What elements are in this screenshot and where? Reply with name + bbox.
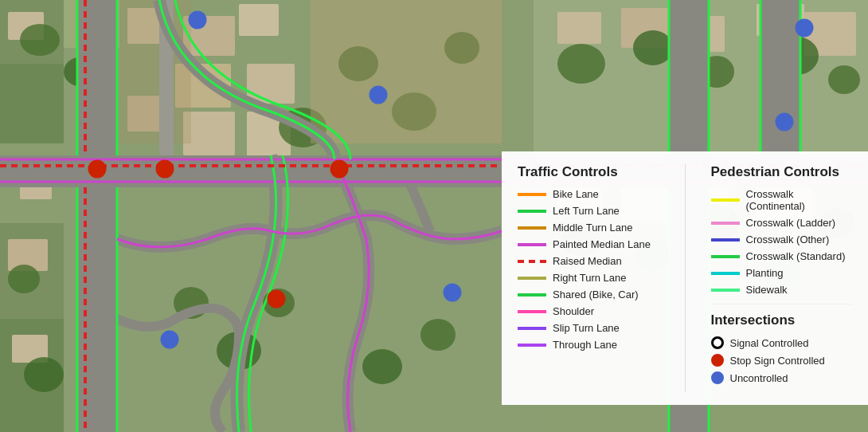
svg-point-36 bbox=[8, 265, 40, 293]
painted-median-label: Painted Median Lane bbox=[553, 238, 651, 250]
painted-median-icon bbox=[518, 243, 546, 246]
sidewalk-icon bbox=[711, 289, 740, 292]
intersections-title: Intersections bbox=[711, 312, 853, 328]
svg-rect-53 bbox=[311, 0, 502, 143]
svg-point-47 bbox=[828, 65, 860, 94]
legend-item-right-turn: Right Turn Lane bbox=[518, 272, 659, 284]
svg-point-62 bbox=[89, 161, 105, 177]
legend-item-middle-turn: Middle Turn Lane bbox=[518, 222, 659, 234]
raised-median-label: Raised Median bbox=[553, 255, 622, 267]
middle-turn-label: Middle Turn Lane bbox=[553, 222, 632, 234]
shared-icon bbox=[518, 293, 546, 297]
legend-item-crosswalk-continental: Crosswalk (Continental) bbox=[711, 188, 853, 212]
svg-rect-55 bbox=[77, 0, 117, 432]
through-lane-icon bbox=[518, 344, 546, 347]
svg-point-65 bbox=[268, 291, 284, 307]
crosswalk-continental-label: Crosswalk (Continental) bbox=[746, 188, 853, 212]
svg-rect-21 bbox=[557, 12, 601, 44]
svg-point-68 bbox=[444, 285, 460, 300]
svg-rect-15 bbox=[247, 64, 295, 104]
svg-point-44 bbox=[633, 30, 673, 65]
raised-median-icon bbox=[518, 260, 546, 263]
svg-point-64 bbox=[331, 161, 347, 177]
right-turn-label: Right Turn Lane bbox=[553, 272, 627, 284]
legend-item-crosswalk-standard: Crosswalk (Standard) bbox=[711, 250, 853, 262]
crosswalk-standard-icon bbox=[711, 255, 740, 258]
svg-point-66 bbox=[190, 12, 205, 28]
svg-point-70 bbox=[796, 20, 812, 36]
slip-turn-label: Slip Turn Lane bbox=[553, 322, 620, 334]
planting-icon bbox=[711, 272, 740, 275]
sidewalk-label: Sidewalk bbox=[746, 284, 788, 296]
uncontrolled-icon bbox=[711, 371, 724, 384]
right-turn-icon bbox=[518, 277, 546, 280]
through-lane-label: Through Lane bbox=[553, 339, 617, 351]
signal-controlled-icon bbox=[711, 336, 724, 349]
traffic-controls-column: Traffic Controls Bike Lane Left Turn Lan… bbox=[518, 164, 659, 392]
legend-item-crosswalk-other: Crosswalk (Other) bbox=[711, 234, 853, 245]
svg-rect-59 bbox=[669, 0, 709, 155]
legend-item-crosswalk-ladder: Crosswalk (Ladder) bbox=[711, 217, 853, 229]
svg-point-69 bbox=[162, 332, 178, 348]
legend-item-uncontrolled: Uncontrolled bbox=[711, 371, 853, 384]
crosswalk-ladder-icon bbox=[711, 222, 740, 225]
svg-point-37 bbox=[24, 357, 64, 392]
left-turn-icon bbox=[518, 210, 546, 213]
stop-sign-icon bbox=[711, 354, 724, 367]
legend-item-planting: Planting bbox=[711, 267, 853, 279]
planting-label: Planting bbox=[746, 267, 784, 279]
svg-point-67 bbox=[370, 87, 386, 103]
bike-lane-label: Bike Lane bbox=[553, 188, 599, 200]
crosswalk-ladder-label: Crosswalk (Ladder) bbox=[746, 217, 836, 229]
svg-point-42 bbox=[420, 319, 456, 351]
pedestrian-intersections-column: Pedestrian Controls Crosswalk (Continent… bbox=[711, 164, 853, 392]
svg-rect-60 bbox=[760, 0, 800, 155]
legend-item-raised-median: Raised Median bbox=[518, 255, 659, 267]
legend-panel: Traffic Controls Bike Lane Left Turn Lan… bbox=[502, 151, 868, 405]
crosswalk-other-icon bbox=[711, 238, 740, 242]
crosswalk-standard-label: Crosswalk (Standard) bbox=[746, 250, 846, 262]
legend-item-bike-lane: Bike Lane bbox=[518, 188, 659, 200]
legend-item-shared: Shared (Bike, Car) bbox=[518, 289, 659, 300]
left-turn-label: Left Turn Lane bbox=[553, 205, 620, 217]
svg-point-71 bbox=[776, 114, 792, 130]
svg-rect-54 bbox=[119, 0, 191, 143]
legend-divider bbox=[685, 164, 686, 392]
crosswalk-other-label: Crosswalk (Other) bbox=[746, 234, 830, 245]
middle-turn-icon bbox=[518, 226, 546, 230]
bike-lane-icon bbox=[518, 193, 546, 196]
legend-item-stop-sign: Stop Sign Controlled bbox=[711, 354, 853, 367]
legend-item-through-lane: Through Lane bbox=[518, 339, 659, 351]
svg-point-43 bbox=[557, 44, 605, 84]
svg-point-30 bbox=[20, 24, 60, 56]
crosswalk-continental-icon bbox=[711, 198, 740, 202]
traffic-controls-title: Traffic Controls bbox=[518, 164, 659, 180]
signal-controlled-label: Signal Controlled bbox=[730, 337, 809, 349]
slip-turn-icon bbox=[518, 327, 546, 330]
uncontrolled-label: Uncontrolled bbox=[730, 372, 788, 384]
shoulder-icon bbox=[518, 310, 546, 313]
legend-item-slip-turn: Slip Turn Lane bbox=[518, 322, 659, 334]
svg-rect-3 bbox=[0, 64, 64, 143]
svg-point-41 bbox=[362, 349, 402, 384]
legend-item-signal-controlled: Signal Controlled bbox=[711, 336, 853, 349]
legend-item-painted-median: Painted Median Lane bbox=[518, 238, 659, 250]
stop-sign-label: Stop Sign Controlled bbox=[730, 355, 825, 367]
svg-point-63 bbox=[157, 161, 173, 177]
legend-item-sidewalk: Sidewalk bbox=[711, 284, 853, 296]
shared-label: Shared (Bike, Car) bbox=[553, 289, 639, 300]
pedestrian-controls-title: Pedestrian Controls bbox=[711, 164, 853, 180]
svg-rect-13 bbox=[239, 4, 279, 36]
legend-item-left-turn: Left Turn Lane bbox=[518, 205, 659, 217]
legend-item-shoulder: Shoulder bbox=[518, 305, 659, 317]
shoulder-label: Shoulder bbox=[553, 305, 594, 317]
